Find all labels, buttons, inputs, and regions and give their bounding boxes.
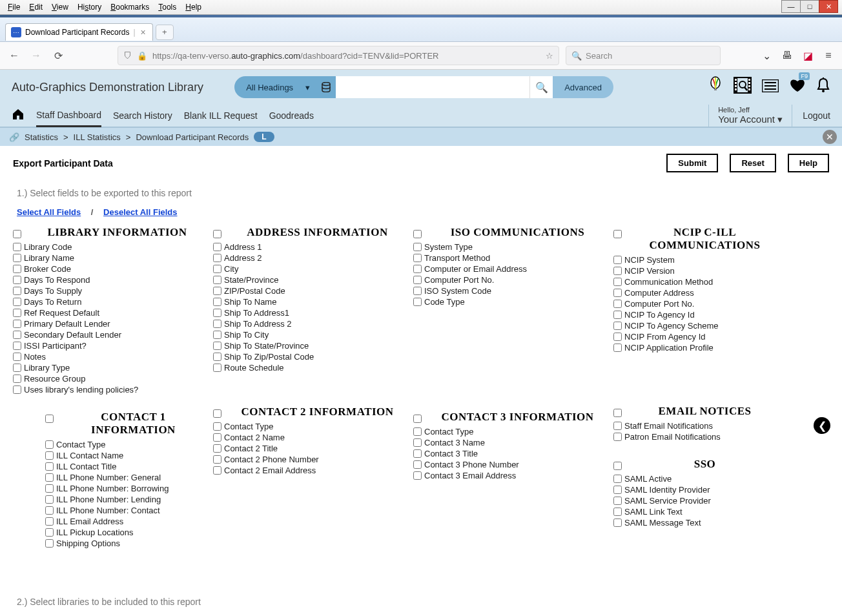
close-window-button[interactable]: ✕	[819, 0, 838, 13]
field-checkbox[interactable]	[45, 462, 54, 471]
field-checkbox[interactable]	[413, 460, 422, 469]
menu-bookmarks[interactable]: Bookmarks	[107, 1, 153, 13]
select-all-link[interactable]: Select All Fields	[17, 207, 81, 217]
field-checkbox[interactable]	[13, 287, 21, 295]
field-checkbox[interactable]	[613, 433, 622, 441]
field-checkbox[interactable]	[413, 287, 422, 295]
submit-button[interactable]: Submit	[666, 154, 718, 172]
menu-edit[interactable]: Edit	[25, 1, 46, 13]
field-checkbox[interactable]	[13, 342, 21, 350]
database-icon[interactable]	[316, 76, 336, 98]
pocket-icon[interactable]: ⌄	[759, 48, 774, 63]
bell-icon[interactable]	[816, 77, 830, 97]
nav-staff-dashboard[interactable]: Staff Dashboard	[36, 105, 101, 127]
field-checkbox[interactable]	[45, 451, 54, 460]
field-checkbox[interactable]	[213, 433, 221, 442]
main-search-input[interactable]	[336, 76, 529, 98]
field-checkbox[interactable]	[45, 495, 54, 504]
account-block[interactable]: Hello, Jeff Your Account ▾	[708, 105, 792, 127]
search-scope-select[interactable]: All Headings	[234, 76, 319, 98]
nav-blank-ill-request[interactable]: Blank ILL Request	[184, 105, 258, 126]
close-panel-button[interactable]: ✕	[823, 130, 837, 144]
field-checkbox[interactable]	[213, 466, 221, 475]
field-checkbox[interactable]	[613, 422, 622, 430]
field-checkbox[interactable]	[213, 243, 221, 251]
list-icon[interactable]	[762, 78, 779, 96]
field-checkbox[interactable]	[213, 287, 221, 295]
star-icon[interactable]: ☆	[546, 51, 553, 61]
field-checkbox[interactable]	[613, 486, 622, 494]
field-checkbox[interactable]	[45, 539, 54, 548]
section-contact1-checkbox[interactable]	[45, 415, 54, 423]
field-checkbox[interactable]	[213, 276, 221, 284]
back-button[interactable]: ←	[6, 48, 22, 63]
field-checkbox[interactable]	[213, 353, 221, 361]
browser-tab-active[interactable]: ⋯ Download Participant Records | ×	[5, 23, 153, 41]
field-checkbox[interactable]	[413, 449, 422, 458]
field-checkbox[interactable]	[213, 265, 221, 273]
field-checkbox[interactable]	[45, 484, 54, 493]
menu-history[interactable]: History	[74, 1, 105, 13]
field-checkbox[interactable]	[613, 300, 622, 308]
bc-statistics[interactable]: Statistics	[25, 132, 58, 142]
field-checkbox[interactable]	[413, 298, 422, 306]
field-checkbox[interactable]	[13, 298, 21, 306]
field-checkbox[interactable]	[45, 440, 54, 449]
section-sso-checkbox[interactable]	[613, 462, 622, 470]
field-checkbox[interactable]	[213, 331, 221, 339]
menu-help[interactable]: Help	[181, 1, 205, 13]
nav-search-history[interactable]: Search History	[113, 105, 172, 126]
main-search-button[interactable]: 🔍	[529, 76, 553, 98]
field-checkbox[interactable]	[13, 331, 21, 339]
help-button[interactable]: Help	[788, 154, 829, 172]
field-checkbox[interactable]	[13, 309, 21, 317]
logout-link[interactable]: Logout	[803, 105, 830, 126]
home-icon[interactable]	[12, 108, 25, 123]
field-checkbox[interactable]	[213, 320, 221, 328]
field-checkbox[interactable]	[213, 364, 221, 372]
field-checkbox[interactable]	[613, 289, 622, 297]
field-checkbox[interactable]	[613, 267, 622, 275]
url-input[interactable]: ⛉ 🔒 https://qa-tenv-verso.auto-graphics.…	[118, 46, 559, 65]
field-checkbox[interactable]	[413, 276, 422, 284]
field-checkbox[interactable]	[613, 475, 622, 483]
section-address-info-checkbox[interactable]	[213, 230, 221, 238]
field-checkbox[interactable]	[213, 342, 221, 350]
field-checkbox[interactable]	[413, 265, 422, 273]
reload-button[interactable]: ⟳	[50, 48, 66, 63]
section-iso-checkbox[interactable]	[413, 230, 422, 238]
field-checkbox[interactable]	[413, 243, 422, 251]
field-checkbox[interactable]	[613, 278, 622, 286]
field-checkbox[interactable]	[45, 517, 54, 526]
field-checkbox[interactable]	[213, 444, 221, 453]
field-checkbox[interactable]	[45, 528, 54, 537]
section-library-info-checkbox[interactable]	[13, 230, 21, 238]
field-checkbox[interactable]	[613, 322, 622, 330]
field-checkbox[interactable]	[13, 320, 21, 328]
reset-button[interactable]: Reset	[730, 154, 775, 172]
field-checkbox[interactable]	[13, 265, 21, 273]
field-checkbox[interactable]	[213, 422, 221, 431]
film-search-icon[interactable]	[734, 77, 752, 98]
field-checkbox[interactable]	[213, 309, 221, 317]
field-checkbox[interactable]	[613, 311, 622, 319]
section-email-notices-checkbox[interactable]	[613, 409, 622, 417]
section-contact2-checkbox[interactable]	[213, 409, 221, 418]
field-checkbox[interactable]	[13, 353, 21, 361]
field-checkbox[interactable]	[13, 276, 21, 284]
field-checkbox[interactable]	[613, 333, 622, 341]
extension-icon[interactable]: ◪	[801, 48, 815, 63]
field-checkbox[interactable]	[13, 385, 21, 394]
section-ncip-checkbox[interactable]	[613, 230, 622, 238]
forward-button[interactable]: →	[28, 48, 44, 63]
bc-ill-statistics[interactable]: ILL Statistics	[74, 132, 121, 142]
field-checkbox[interactable]	[45, 506, 54, 515]
field-checkbox[interactable]	[613, 508, 622, 516]
advanced-search-button[interactable]: Advanced	[553, 76, 613, 98]
field-checkbox[interactable]	[413, 438, 422, 447]
field-checkbox[interactable]	[213, 254, 221, 262]
field-checkbox[interactable]	[13, 243, 21, 251]
menu-tools[interactable]: Tools	[154, 1, 180, 13]
minimize-button[interactable]: —	[781, 0, 801, 13]
field-checkbox[interactable]	[213, 455, 221, 464]
